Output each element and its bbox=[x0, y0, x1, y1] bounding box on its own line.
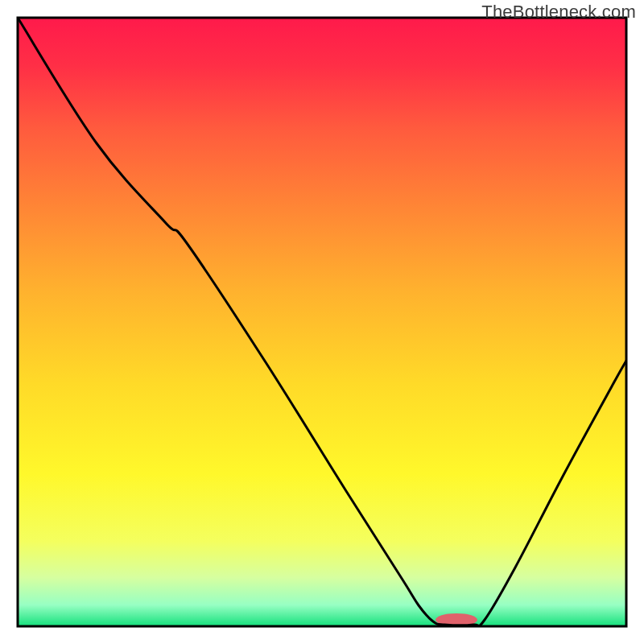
chart-stage: TheBottleneck.com bbox=[0, 0, 644, 644]
gradient-bg bbox=[18, 18, 626, 626]
watermark-text: TheBottleneck.com bbox=[481, 2, 636, 23]
chart-svg bbox=[0, 0, 644, 644]
